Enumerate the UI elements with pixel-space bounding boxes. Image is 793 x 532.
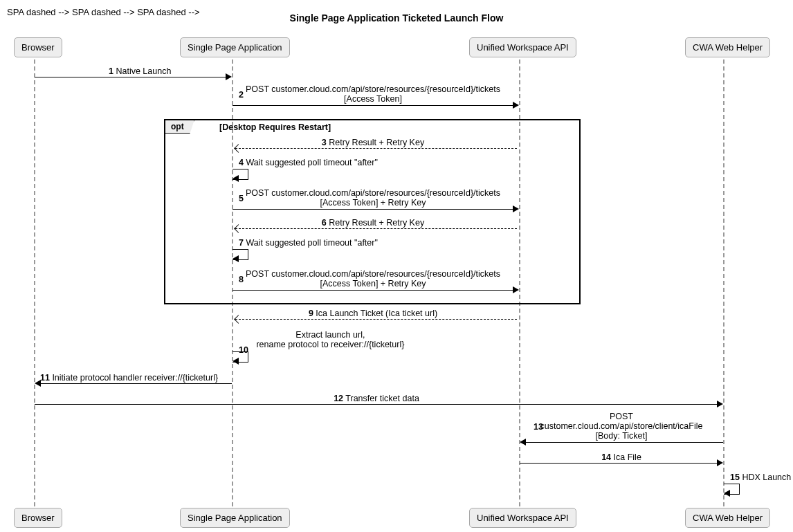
arrow-3 [235, 148, 517, 149]
arrow-2 [233, 105, 513, 106]
arrowhead-10 [233, 358, 239, 365]
msg-11: 11 Initiate protocol handler receiver://… [40, 373, 218, 383]
arrow-13 [525, 442, 723, 443]
msg-3: 3 Retry Result + Retry Key [233, 138, 513, 147]
participant-uwa-bottom: Unified Workspace API [469, 508, 576, 528]
diagram-title: Single Page Application Ticketed Launch … [7, 12, 786, 24]
arrow-14 [520, 463, 718, 464]
lifeline-browser [34, 59, 35, 506]
arrow-8 [233, 290, 513, 291]
opt-label: opt [165, 120, 194, 134]
sequence-diagram: Single Page Application Ticketed Launch … [7, 7, 786, 525]
msg-4: 4 Wait suggested poll timeout "after" [239, 158, 378, 167]
arrowhead-5 [513, 205, 519, 212]
participant-browser-bottom: Browser [14, 508, 62, 528]
opt-condition: [Desktop Requires Restart] [219, 122, 331, 132]
arrow-12 [35, 404, 718, 405]
participant-cwa-bottom: CWA Web Helper [685, 508, 770, 528]
msg-5: 5 POST customer.cloud.com/api/store/reso… [233, 188, 513, 208]
arrowhead-4 [233, 175, 239, 182]
participant-uwa-top: Unified Workspace API [469, 37, 576, 57]
msg-15: 15 HDX Launch [730, 473, 791, 482]
arrowhead-15 [724, 490, 730, 497]
arrow-9 [235, 319, 517, 320]
arrowhead-8 [513, 286, 519, 293]
msg-12: 12 Transfer ticket data [35, 394, 718, 403]
arrowhead-1 [226, 73, 232, 80]
arrow-1 [35, 77, 226, 77]
msg-8: 8 POST customer.cloud.com/api/store/reso… [233, 269, 513, 288]
arrowhead-2 [513, 102, 519, 109]
msg-1: 1 Native Launch [109, 66, 171, 76]
participant-spa-bottom: Single Page Application [180, 508, 290, 528]
msg-9: 9 Ica Launch Ticket (Ica ticket url) [233, 309, 513, 318]
arrow-6 [235, 228, 517, 229]
arrow-5 [233, 209, 513, 210]
msg-10: 10 Extract launch url,rename protocol to… [239, 330, 404, 349]
msg-6: 6 Retry Result + Retry Key [233, 218, 513, 228]
participant-spa-top: Single Page Application [180, 37, 290, 57]
participant-browser-top: Browser [14, 37, 62, 57]
lifeline-cwa [723, 59, 724, 506]
arrow-11 [40, 383, 232, 384]
participant-cwa-top: CWA Web Helper [685, 37, 770, 57]
msg-2: 2 POST customer.cloud.com/api/store/reso… [233, 84, 513, 104]
msg-7: 7 Wait suggested poll timeout "after" [239, 238, 378, 248]
arrowhead-7 [233, 255, 239, 262]
msg-14: 14 Ica File [520, 452, 723, 462]
msg-13: 13 POSTcustomer.cloud.com/api/store/clie… [520, 412, 723, 441]
